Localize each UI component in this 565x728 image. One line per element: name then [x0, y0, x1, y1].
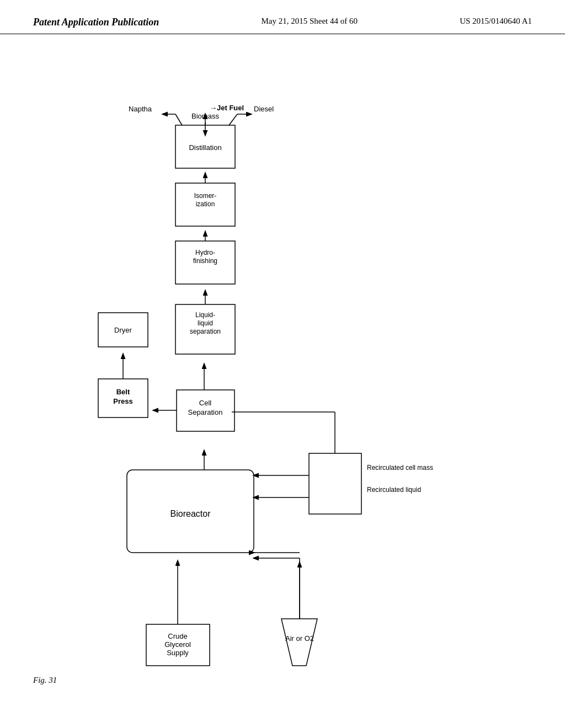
flow-diagram: Crude Glycerol Supply Bioreactor Air or …	[0, 34, 565, 718]
svg-text:Hydro-: Hydro-	[195, 249, 215, 256]
svg-text:Supply: Supply	[167, 649, 189, 657]
figure-label: Fig. 31	[33, 676, 57, 685]
svg-text:separation: separation	[190, 328, 221, 335]
svg-text:Liquid-: Liquid-	[195, 311, 215, 319]
publication-title: Patent Application Publication	[33, 17, 159, 28]
svg-line-49	[175, 114, 182, 125]
svg-text:Glycerol: Glycerol	[164, 640, 191, 649]
svg-text:Crude: Crude	[168, 632, 187, 640]
svg-text:Press: Press	[113, 397, 132, 405]
diagram-area: Crude Glycerol Supply Bioreactor Air or …	[0, 34, 565, 718]
svg-text:Diesel: Diesel	[254, 105, 274, 113]
svg-text:finishing: finishing	[193, 257, 217, 265]
svg-text:Isomer-: Isomer-	[194, 192, 217, 200]
svg-line-54	[229, 114, 237, 125]
svg-text:liquid: liquid	[198, 319, 213, 327]
svg-text:ization: ization	[196, 200, 215, 208]
svg-text:Recirculated cell mass: Recirculated cell mass	[367, 464, 433, 472]
svg-text:Bioreactor: Bioreactor	[170, 509, 211, 518]
publication-number: US 2015/0140640 A1	[460, 17, 532, 26]
svg-text:Air or O2: Air or O2	[285, 634, 314, 643]
svg-text:Recirculated liquid: Recirculated liquid	[367, 486, 421, 494]
svg-text:Distillation: Distillation	[189, 143, 221, 152]
svg-text:Cell: Cell	[199, 399, 212, 407]
svg-text:Naptha: Naptha	[129, 105, 152, 113]
svg-text:→Jet Fuel: →Jet Fuel	[210, 104, 244, 112]
svg-rect-13	[309, 453, 361, 514]
page-header: Patent Application Publication May 21, 2…	[0, 0, 565, 34]
svg-text:Separation: Separation	[188, 408, 223, 416]
svg-text:Belt: Belt	[116, 388, 130, 396]
publication-date-sheet: May 21, 2015 Sheet 44 of 60	[261, 17, 358, 26]
svg-text:Dryer: Dryer	[114, 326, 132, 334]
